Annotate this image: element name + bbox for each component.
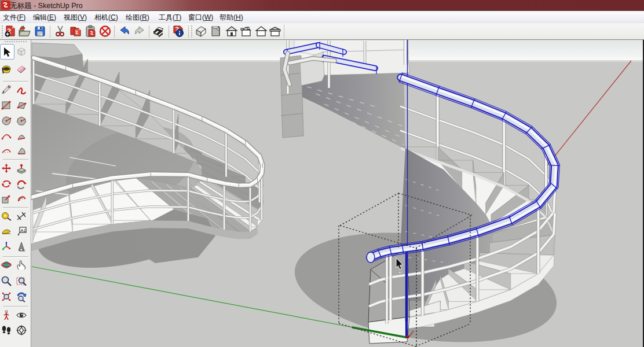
svg-text:A1: A1 bbox=[21, 228, 26, 233]
